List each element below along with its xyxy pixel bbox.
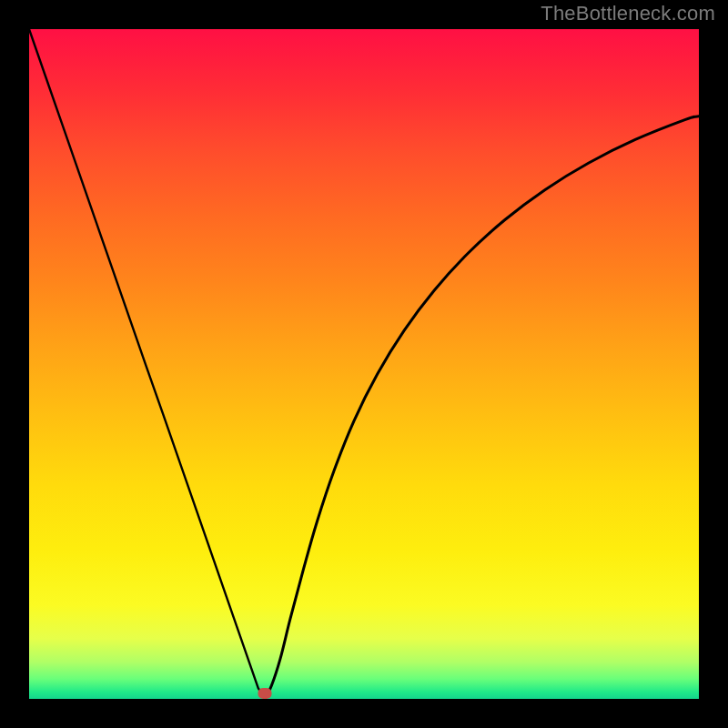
watermark-text: TheBottleneck.com [541, 2, 715, 25]
plot-area [29, 29, 699, 699]
bottleneck-point-marker [258, 688, 272, 699]
chart-frame: TheBottleneck.com [0, 0, 728, 728]
